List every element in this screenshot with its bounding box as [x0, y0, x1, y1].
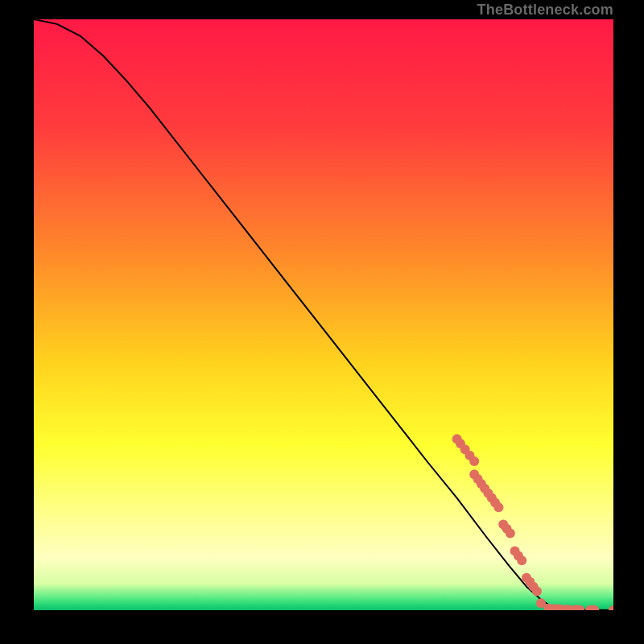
chart-svg: [34, 19, 613, 610]
data-marker: [493, 502, 503, 512]
data-marker: [469, 456, 479, 466]
gradient-background: [34, 19, 613, 610]
data-marker: [517, 555, 526, 565]
attribution-watermark: TheBottleneck.com: [477, 2, 613, 19]
data-marker: [506, 529, 515, 539]
chart-frame: TheBottleneck.com: [0, 0, 644, 644]
data-marker: [532, 587, 542, 597]
plot-area: [34, 19, 613, 610]
